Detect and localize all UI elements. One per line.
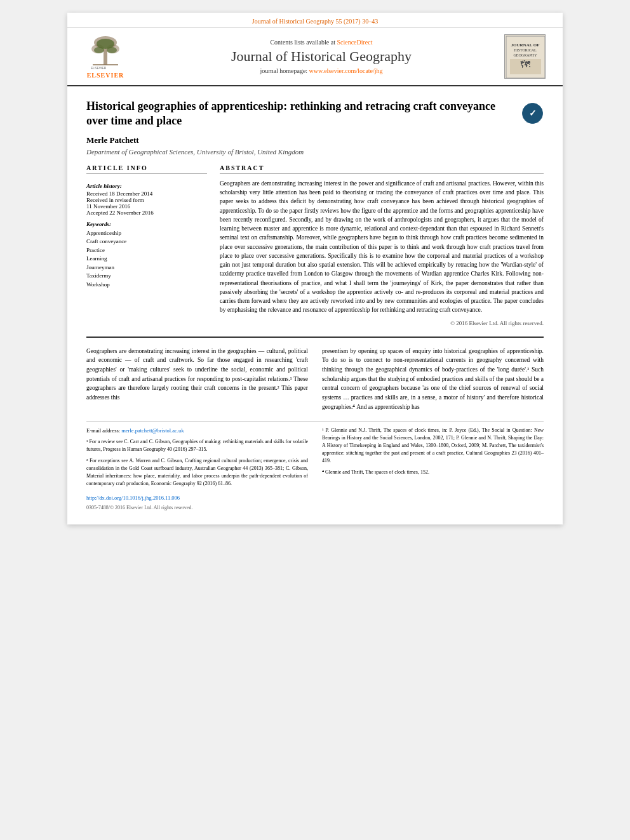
- abstract-heading: ABSTRACT: [220, 164, 544, 174]
- footnote-4: ⁴ Glennie and Thrift, The spaces of cloc…: [322, 469, 544, 476]
- svg-text:HISTORICAL: HISTORICAL: [514, 48, 537, 52]
- article-title: Historical geographies of apprenticeship…: [86, 99, 515, 129]
- abstract-column: ABSTRACT Geographers are demonstrating i…: [220, 164, 544, 326]
- article-content: Historical geographies of apprenticeship…: [67, 86, 563, 524]
- body-text-left: Geographers are demonstrating increasing…: [86, 348, 308, 401]
- journal-header: ELSEVIER ELSEVIER Contents lists availab…: [67, 28, 563, 86]
- journal-page: Journal of Historical Geography 55 (2017…: [67, 13, 563, 524]
- journal-url[interactable]: www.elsevier.com/locate/jhg: [309, 67, 383, 74]
- jhg-logo: JOURNAL OF HISTORICAL GEOGRAPHY 🗺: [504, 34, 546, 79]
- footnote-3: ³ P. Glennie and N.J. Thrift, The spaces…: [322, 427, 544, 465]
- svg-text:🗺: 🗺: [520, 59, 530, 70]
- history-label: Article history:: [86, 183, 122, 189]
- article-info-abstract: ARTICLE INFO Article history: Received 1…: [86, 164, 544, 326]
- body-text: Geographers are demonstrating increasing…: [86, 347, 544, 412]
- journal-citation: Journal of Historical Geography 55 (2017…: [252, 18, 378, 25]
- revised-date: 11 November 2016: [86, 203, 207, 210]
- issn-line: 0305-7488/© 2016 Elsevier Ltd. All right…: [86, 504, 308, 512]
- received-revised-label: Received in revised form: [86, 197, 207, 203]
- elsevier-logo: ELSEVIER ELSEVIER: [80, 35, 131, 79]
- accepted-date: Accepted 22 November 2016: [86, 210, 207, 216]
- journal-citation-bar: Journal of Historical Geography 55 (2017…: [67, 13, 563, 28]
- elsevier-tree-icon: ELSEVIER: [86, 35, 124, 70]
- journal-homepage: journal homepage: www.elsevier.com/locat…: [144, 67, 499, 74]
- keyword-3: Practice: [86, 246, 207, 255]
- svg-text:JOURNAL OF: JOURNAL OF: [511, 43, 539, 48]
- svg-rect-4: [104, 49, 107, 65]
- sciencedirect-link[interactable]: ScienceDirect: [337, 39, 372, 46]
- footnote-2: ² For exceptions see A. Warren and C. Gi…: [86, 457, 308, 488]
- email-line: E-mail address: merle.patchett@bristol.a…: [86, 427, 308, 435]
- author-name: Merle Patchett: [86, 135, 544, 145]
- keyword-7: Workshop: [86, 281, 207, 290]
- svg-text:✓: ✓: [529, 109, 537, 118]
- keyword-6: Taxidermy: [86, 272, 207, 281]
- footnote-1: ¹ For a review see C. Carr and C. Gibson…: [86, 438, 308, 453]
- footnotes-col-right: ³ P. Glennie and N.J. Thrift, The spaces…: [322, 427, 544, 512]
- svg-point-6: [94, 47, 104, 53]
- svg-text:GEOGRAPHY: GEOGRAPHY: [513, 53, 537, 57]
- article-info-heading: ARTICLE INFO: [86, 164, 207, 174]
- section-divider: [86, 337, 544, 338]
- body-col-right: presentism by opening up spaces of enqui…: [322, 347, 544, 412]
- title-crossmark-row: Historical geographies of apprenticeship…: [86, 99, 544, 135]
- journal-title: Journal of Historical Geography: [144, 48, 499, 65]
- keywords-group: Keywords: Apprenticeship Craft conveyanc…: [86, 221, 207, 290]
- keyword-2: Craft conveyance: [86, 237, 207, 246]
- keyword-4: Learning: [86, 255, 207, 263]
- body-col-left: Geographers are demonstrating increasing…: [86, 347, 308, 412]
- crossmark-svg: ✓ CrossMark: [521, 102, 544, 124]
- footnotes-col-left: E-mail address: merle.patchett@bristol.a…: [86, 427, 308, 512]
- body-text-right: presentism by opening up spaces of enqui…: [322, 348, 544, 410]
- jhg-logo-icon: JOURNAL OF HISTORICAL GEOGRAPHY 🗺: [505, 35, 546, 79]
- keyword-5: Journeyman: [86, 263, 207, 272]
- title-section: Historical geographies of apprenticeship…: [86, 99, 515, 135]
- journal-header-center: Contents lists available at ScienceDirec…: [144, 39, 499, 74]
- doi-link[interactable]: http://dx.doi.org/10.1016/j.jhg.2016.11.…: [86, 494, 308, 502]
- svg-point-7: [107, 47, 117, 53]
- copyright-line: © 2016 Elsevier Ltd. All rights reserved…: [220, 320, 544, 326]
- sciencedirect-line: Contents lists available at ScienceDirec…: [144, 39, 499, 46]
- keywords-label: Keywords:: [86, 221, 207, 227]
- article-info-column: ARTICLE INFO Article history: Received 1…: [86, 164, 207, 326]
- crossmark-icon[interactable]: ✓ CrossMark: [521, 102, 544, 124]
- svg-text:CrossMark: CrossMark: [526, 120, 539, 123]
- email-link[interactable]: merle.patchett@bristol.ac.uk: [121, 427, 184, 434]
- svg-text:ELSEVIER: ELSEVIER: [91, 66, 107, 70]
- author-affiliation: Department of Geographical Sciences, Uni…: [86, 148, 544, 156]
- footnotes-area: E-mail address: merle.patchett@bristol.a…: [86, 421, 544, 512]
- abstract-text: Geographers are demonstrating increasing…: [220, 179, 544, 315]
- jhg-logo-container: JOURNAL OF HISTORICAL GEOGRAPHY 🗺: [499, 34, 550, 79]
- keyword-1: Apprenticeship: [86, 229, 207, 238]
- received-date: Received 18 December 2014: [86, 190, 207, 197]
- article-history-group: Article history: Received 18 December 20…: [86, 179, 207, 216]
- elsevier-label: ELSEVIER: [87, 72, 124, 79]
